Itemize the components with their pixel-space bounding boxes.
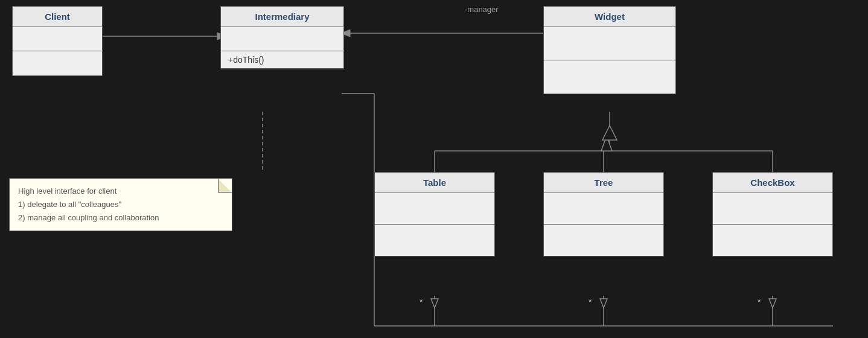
intermediary-class: Intermediary +doThis() <box>220 6 344 69</box>
note-line3: 2) manage all coupling and collaboration <box>18 211 223 225</box>
checkbox-class: CheckBox <box>712 172 833 257</box>
client-attributes <box>13 27 102 51</box>
note-line2: 1) delegate to all "colleagues" <box>18 198 223 211</box>
tree-methods <box>544 225 663 256</box>
svg-marker-18 <box>431 299 438 308</box>
widget-attributes <box>544 27 675 60</box>
tree-attributes <box>544 193 663 225</box>
tree-multiplicity: * <box>589 297 592 307</box>
table-class: Table <box>374 172 495 257</box>
checkbox-multiplicity: * <box>758 297 761 307</box>
client-methods <box>13 51 102 75</box>
client-class: Client <box>12 6 103 76</box>
table-attributes <box>375 193 494 225</box>
note-box: High level interface for client 1) deleg… <box>9 178 232 231</box>
intermediary-class-name: Intermediary <box>221 7 343 27</box>
client-class-name: Client <box>13 7 102 27</box>
checkbox-class-name: CheckBox <box>713 173 832 193</box>
svg-marker-10 <box>601 136 612 151</box>
checkbox-methods <box>713 225 832 256</box>
checkbox-attributes <box>713 193 832 225</box>
widget-methods <box>544 60 675 94</box>
manager-label: -manager <box>465 5 499 14</box>
svg-marker-19 <box>600 299 607 308</box>
tree-class: Tree <box>543 172 664 257</box>
table-methods <box>375 225 494 256</box>
svg-marker-11 <box>602 126 617 140</box>
widget-class: Widget <box>543 6 676 94</box>
widget-class-name: Widget <box>544 7 675 27</box>
intermediary-attributes <box>221 27 343 51</box>
table-class-name: Table <box>375 173 494 193</box>
svg-marker-20 <box>769 299 776 308</box>
tree-class-name: Tree <box>544 173 663 193</box>
table-multiplicity: * <box>420 297 423 307</box>
note-line1: High level interface for client <box>18 185 223 198</box>
intermediary-method: +doThis() <box>221 51 343 69</box>
